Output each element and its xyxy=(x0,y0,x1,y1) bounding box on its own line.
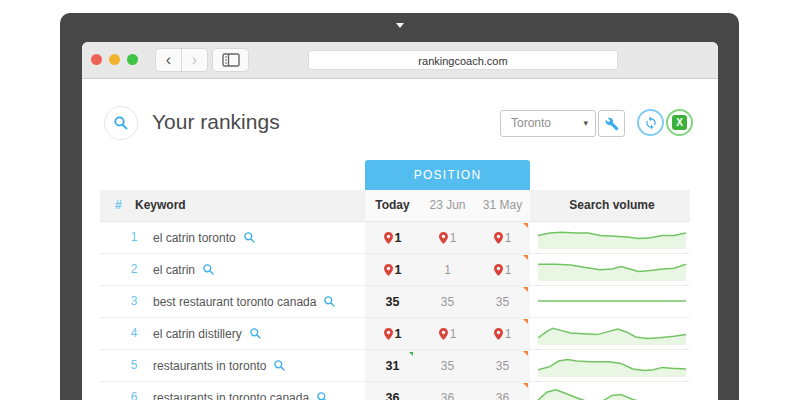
table-header: # Keyword Today 23 Jun 31 May Search vol… xyxy=(100,190,690,221)
position-today-cell: 36 xyxy=(365,382,420,400)
keyword-cell[interactable]: best restaurant toronto canada xyxy=(153,286,336,317)
position-31may-cell: 1 xyxy=(475,318,530,349)
col-header-keyword: Keyword xyxy=(135,190,186,221)
position-31may-cell: 36 xyxy=(475,382,530,400)
col-header-today: Today xyxy=(365,190,420,221)
location-select-value: Toronto xyxy=(511,116,551,130)
map-pin-icon xyxy=(384,264,393,276)
position-31may-cell: 1 xyxy=(475,254,530,285)
col-header-31may: 31 May xyxy=(475,190,530,221)
keyword-search-icon[interactable] xyxy=(273,359,286,372)
position-today-value: 31 xyxy=(386,359,400,373)
position-23jun-cell: 36 xyxy=(420,382,475,400)
note-marker xyxy=(523,255,528,260)
keyword-cell[interactable]: restaurants in toronto xyxy=(153,350,286,381)
position-today-value: 36 xyxy=(386,391,400,400)
table-body: 1 el catrin toronto 1 xyxy=(100,221,690,400)
keyword-text: el catrin distillery xyxy=(153,327,242,341)
keyword-cell[interactable]: el catrin toronto xyxy=(153,222,256,253)
table-row: 2 el catrin 1 xyxy=(100,253,690,285)
search-volume-sparkline xyxy=(538,257,686,281)
tab-position[interactable]: POSITION xyxy=(365,160,530,190)
keyword-search-icon[interactable] xyxy=(316,391,329,400)
address-bar[interactable]: rankingcoach.com xyxy=(308,50,618,70)
position-31may-value: 35 xyxy=(496,359,509,373)
position-23jun-value: 1 xyxy=(450,327,457,341)
keyword-search-icon[interactable] xyxy=(249,327,262,340)
position-31may-value: 35 xyxy=(496,295,509,309)
note-marker xyxy=(523,383,528,388)
table-row: 3 best restaurant toronto canada 35 xyxy=(100,285,690,317)
sidebar-toggle-button[interactable] xyxy=(212,48,249,72)
settings-button[interactable] xyxy=(598,110,625,137)
keyword-search-icon[interactable] xyxy=(243,231,256,244)
close-window-button[interactable] xyxy=(91,54,102,65)
note-marker xyxy=(523,351,528,356)
frame-notch-mark xyxy=(396,23,404,28)
position-23jun-cell: 1 xyxy=(420,222,475,253)
map-pin-icon xyxy=(494,264,503,276)
position-31may-value: 1 xyxy=(505,231,512,245)
forward-button[interactable]: › xyxy=(181,48,208,72)
position-block: 1 1 1 xyxy=(365,254,530,285)
col-header-search-volume: Search volume xyxy=(552,190,672,221)
position-today-value: 1 xyxy=(395,263,402,277)
keyword-search-icon[interactable] xyxy=(323,295,336,308)
rankings-badge xyxy=(104,106,138,140)
position-31may-value: 36 xyxy=(496,391,509,400)
chevron-down-icon: ▾ xyxy=(583,111,588,136)
keyword-text: restaurants in toronto canada xyxy=(153,391,309,400)
minimize-window-button[interactable] xyxy=(109,54,120,65)
position-31may-cell: 1 xyxy=(475,222,530,253)
position-block: 31 35 35 xyxy=(365,350,530,381)
improved-marker xyxy=(409,352,413,356)
position-today-value: 1 xyxy=(395,231,402,245)
position-23jun-cell: 1 xyxy=(420,254,475,285)
refresh-button[interactable] xyxy=(637,109,664,136)
row-number: 6 xyxy=(127,382,141,400)
position-today-value: 35 xyxy=(386,295,400,309)
table-row: 4 el catrin distillery 1 xyxy=(100,317,690,349)
position-today-value: 1 xyxy=(395,327,402,341)
keyword-cell[interactable]: el catrin distillery xyxy=(153,318,262,349)
note-marker xyxy=(523,287,528,292)
page-content: Your rankings Toronto ▾ X POSITION xyxy=(82,79,718,400)
keyword-text: el catrin xyxy=(153,263,195,277)
position-block: 36 36 36 xyxy=(365,382,530,400)
nav-buttons: ‹ › xyxy=(155,48,208,72)
export-excel-button[interactable]: X xyxy=(666,109,693,136)
search-volume-sparkline xyxy=(538,385,686,400)
table-row: 5 restaurants in toronto 31 xyxy=(100,349,690,381)
table-row: 1 el catrin toronto 1 xyxy=(100,221,690,253)
row-number: 5 xyxy=(127,350,141,381)
position-23jun-value: 35 xyxy=(441,359,454,373)
back-button[interactable]: ‹ xyxy=(155,48,182,72)
position-23jun-cell: 35 xyxy=(420,350,475,381)
note-marker xyxy=(523,319,528,324)
wrench-icon xyxy=(605,117,619,131)
traffic-lights xyxy=(91,54,138,65)
position-block: 1 1 1 xyxy=(365,318,530,349)
keyword-search-icon[interactable] xyxy=(202,263,215,276)
search-volume-sparkline xyxy=(538,353,686,377)
position-31may-value: 1 xyxy=(505,327,512,341)
position-23jun-cell: 35 xyxy=(420,286,475,317)
keyword-text: restaurants in toronto xyxy=(153,359,266,373)
map-pin-icon xyxy=(384,232,393,244)
position-today-cell: 31 xyxy=(365,350,420,381)
map-pin-icon xyxy=(384,328,393,340)
table-row: 6 restaurants in toronto canada 36 xyxy=(100,381,690,400)
search-volume-sparkline xyxy=(538,289,686,313)
search-volume-sparkline xyxy=(538,321,686,345)
position-31may-value: 1 xyxy=(505,263,512,277)
position-23jun-value: 1 xyxy=(450,231,457,245)
keyword-cell[interactable]: restaurants in toronto canada xyxy=(153,382,329,400)
keyword-cell[interactable]: el catrin xyxy=(153,254,215,285)
position-23jun-value: 1 xyxy=(444,263,451,277)
col-header-num: # xyxy=(115,190,122,221)
row-number: 3 xyxy=(127,286,141,317)
location-select[interactable]: Toronto ▾ xyxy=(500,110,596,137)
position-today-cell: 1 xyxy=(365,222,420,253)
zoom-window-button[interactable] xyxy=(127,54,138,65)
col-header-23jun: 23 Jun xyxy=(420,190,475,221)
